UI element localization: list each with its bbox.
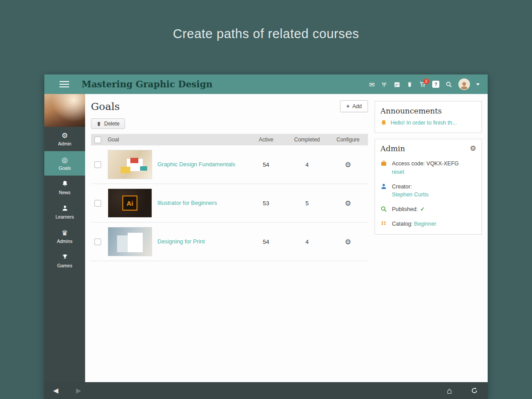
active-count: 53 — [246, 200, 286, 207]
home-icon[interactable]: ⌂ — [447, 386, 452, 395]
sidebar-item-label: Games — [57, 263, 72, 268]
goal-thumbnail — [108, 150, 152, 179]
right-panel: Announcements Hello! In order to finish … — [375, 101, 482, 382]
completed-count: 5 — [286, 200, 328, 207]
catalog-label: Catalog: — [392, 221, 413, 227]
goal-link[interactable]: Graphic Design Fundamentals — [157, 160, 237, 168]
goal-thumbnail — [108, 227, 152, 256]
announcements-title: Announcements — [380, 106, 442, 115]
plus-icon: + — [346, 103, 350, 110]
sidebar-item-learners[interactable]: Learners — [44, 200, 85, 224]
row-checkbox[interactable] — [94, 161, 101, 168]
illustrator-logo: Ai — [122, 196, 137, 211]
add-button-label: Add — [352, 103, 362, 110]
goal-thumbnail: Ai — [108, 188, 152, 218]
sidebar-item-admin[interactable]: ⚙ Admin — [44, 127, 85, 151]
catalog-row: Catalog: Beginner — [375, 217, 481, 231]
briefcase-icon — [380, 160, 387, 167]
sidebar-item-label: Admins — [57, 239, 72, 244]
bell-icon — [380, 120, 387, 126]
window-body: ⚙ Admin ◎ Goals News Le — [44, 94, 488, 382]
table-row: Designing for Print 54 4 ⚙ — [91, 223, 368, 261]
forward-icon[interactable]: ▶ — [76, 387, 82, 395]
table-header: Goal Active Completed Configure — [91, 134, 368, 145]
avatar[interactable] — [458, 78, 470, 90]
menu-icon[interactable] — [59, 79, 69, 89]
admin-card-title: Admin — [380, 144, 405, 153]
help-icon[interactable]: ? — [432, 81, 439, 88]
goals-table: Goal Active Completed Configure Graphic … — [91, 134, 368, 261]
configure-gear-icon[interactable]: ⚙ — [328, 160, 368, 169]
select-all-checkbox[interactable] — [94, 137, 101, 143]
col-active: Active — [246, 137, 286, 143]
goal-link[interactable]: Illustrator for Beginners — [157, 199, 237, 207]
sidebar: ⚙ Admin ◎ Goals News Le — [44, 94, 85, 382]
col-completed: Completed — [286, 137, 328, 143]
creator-link[interactable]: Stephen Curtis — [392, 192, 429, 198]
trash-icon[interactable] — [407, 81, 413, 88]
reset-link[interactable]: reset — [392, 169, 404, 175]
admin-gear-icon[interactable]: ⚙ — [470, 145, 476, 152]
catalog-grid-icon — [380, 220, 387, 227]
cart-icon[interactable]: 2 — [419, 81, 426, 88]
completed-count: 4 — [286, 161, 328, 168]
add-button[interactable]: + Add — [340, 100, 368, 112]
sidebar-item-admins[interactable]: ♛ Admins — [44, 224, 85, 249]
content-area: Goals + Add Delete — [85, 94, 488, 382]
magnifier-icon — [380, 206, 387, 212]
trash-icon — [96, 121, 102, 127]
chevron-down-icon[interactable] — [476, 83, 480, 86]
creator-label: Creator: — [392, 184, 412, 190]
sidebar-item-label: News — [59, 190, 70, 195]
sidebar-item-label: Admin — [58, 141, 71, 146]
sidebar-photo — [44, 94, 85, 127]
broadcast-icon[interactable] — [381, 81, 387, 88]
announcement-link[interactable]: Hello! In order to finish th... — [391, 120, 457, 126]
col-goal: Goal — [108, 137, 246, 143]
active-count: 54 — [246, 161, 286, 168]
row-checkbox[interactable] — [94, 239, 101, 245]
gear-icon: ⚙ — [62, 132, 68, 139]
published-row: Published:✓ — [375, 202, 481, 217]
trophy-icon — [62, 254, 68, 261]
configure-gear-icon[interactable]: ⚙ — [328, 199, 368, 207]
crown-icon: ♛ — [62, 229, 68, 237]
col-configure: Configure — [328, 137, 368, 143]
published-label: Published: — [392, 206, 418, 212]
row-checkbox[interactable] — [94, 200, 101, 207]
delete-button-label: Delete — [104, 121, 120, 127]
goals-panel: Goals + Add Delete — [85, 94, 375, 382]
active-count: 54 — [246, 239, 286, 245]
sidebar-item-label: Goals — [59, 165, 70, 171]
announcements-card: Announcements Hello! In order to finish … — [375, 101, 482, 133]
person-icon — [62, 205, 68, 212]
app-window: Mastering Graphic Design ✉ 2 ? — [44, 74, 488, 399]
app-bar-actions: ✉ 2 ? — [369, 78, 488, 90]
target-icon: ◎ — [62, 156, 68, 164]
app-bar: Mastering Graphic Design ✉ 2 ? — [44, 74, 488, 94]
bottom-nav: ◀ ▶ ⌂ — [44, 382, 488, 399]
sidebar-item-news[interactable]: News — [44, 176, 85, 200]
goal-link[interactable]: Designing for Print — [157, 238, 237, 246]
messages-icon[interactable]: ✉ — [369, 81, 375, 88]
admin-card: Admin ⚙ Access code: VQKX-XEFG reset — [375, 139, 482, 235]
sidebar-item-goals[interactable]: ◎ Goals — [44, 151, 85, 176]
calendar-icon[interactable] — [394, 81, 400, 88]
table-row: Graphic Design Fundamentals 54 4 ⚙ — [91, 145, 368, 184]
person-icon — [380, 183, 387, 190]
delete-button[interactable]: Delete — [91, 118, 125, 129]
table-row: Ai Illustrator for Beginners 53 5 ⚙ — [91, 184, 368, 223]
creator-row: Creator: Stephen Curtis — [375, 180, 481, 203]
app-title: Mastering Graphic Design — [82, 79, 212, 90]
page-title: Goals — [91, 101, 120, 112]
completed-count: 4 — [286, 239, 328, 245]
sidebar-item-games[interactable]: Games — [44, 249, 85, 273]
bell-icon — [62, 180, 68, 188]
search-icon[interactable] — [446, 81, 452, 88]
page-caption: Create paths of related courses — [0, 0, 532, 41]
configure-gear-icon[interactable]: ⚙ — [328, 238, 368, 246]
back-icon[interactable]: ◀ — [53, 387, 59, 395]
catalog-link[interactable]: Beginner — [414, 221, 436, 227]
access-code-row: Access code: VQKX-XEFG reset — [375, 156, 481, 180]
refresh-icon[interactable] — [471, 387, 478, 394]
